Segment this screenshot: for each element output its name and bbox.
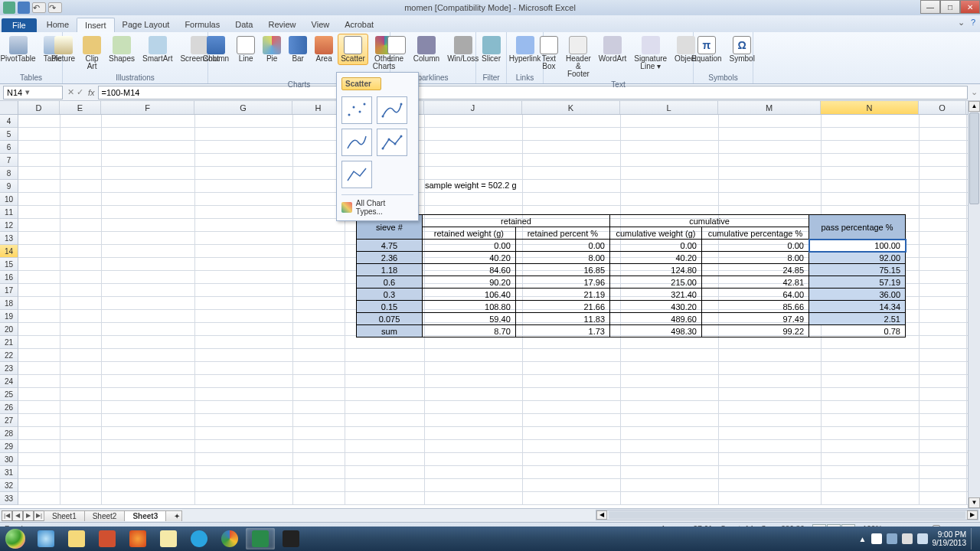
powerpoint-icon[interactable] [93, 528, 122, 549]
textbox-button[interactable]: Text Box [537, 34, 561, 73]
network-icon[interactable] [887, 533, 897, 544]
file-tab[interactable]: File [2, 18, 37, 32]
undo-icon[interactable]: ↶ [32, 2, 46, 13]
row-header-33[interactable]: 33 [0, 492, 18, 505]
row-header-31[interactable]: 31 [0, 466, 18, 479]
headerfooter-button[interactable]: Header & Footer [563, 34, 594, 80]
chrome-icon[interactable] [215, 528, 244, 549]
tab-formulas[interactable]: Formulas [177, 18, 227, 32]
clipart-button[interactable]: Clip Art [80, 34, 104, 73]
notepad-icon[interactable] [154, 528, 183, 549]
horizontal-scrollbar[interactable]: ◀▶ [596, 510, 978, 520]
row-header-25[interactable]: 25 [0, 388, 18, 401]
symbol-button[interactable]: ΩSymbol [727, 34, 758, 65]
cmd-icon[interactable] [276, 528, 305, 549]
wordart-button[interactable]: WordArt [596, 34, 630, 65]
scatter-smooth-markers[interactable] [377, 96, 407, 124]
column-header-L[interactable]: L [620, 101, 718, 114]
row-header-23[interactable]: 23 [0, 362, 18, 375]
tab-review[interactable]: Review [260, 18, 303, 32]
row-header-13[interactable]: 13 [0, 232, 18, 245]
signature-button[interactable]: Signature Line ▾ [631, 34, 670, 73]
row-header-6[interactable]: 6 [0, 141, 18, 154]
row-header-16[interactable]: 16 [0, 271, 18, 284]
row-header-15[interactable]: 15 [0, 258, 18, 271]
help-icon[interactable]: ? [971, 18, 975, 28]
sparkline-line-button[interactable]: Line [384, 34, 409, 65]
explorer-icon[interactable] [62, 528, 91, 549]
row-header-19[interactable]: 19 [0, 310, 18, 323]
formula-bar[interactable]: =100-M14 [98, 86, 968, 99]
sheet-nav-next[interactable]: ▶ [23, 510, 34, 521]
sheet-nav-first[interactable]: |◀ [2, 510, 12, 521]
slicer-button[interactable]: Slicer [479, 34, 504, 65]
shapes-button[interactable]: Shapes [106, 34, 138, 65]
row-header-4[interactable]: 4 [0, 115, 18, 128]
name-box[interactable]: N14▾ [3, 86, 63, 99]
row-header-20[interactable]: 20 [0, 323, 18, 336]
sparkline-column-button[interactable]: Column [410, 34, 443, 65]
pie-chart-button[interactable]: Pie [260, 34, 284, 65]
maximize-button[interactable]: □ [940, 0, 960, 14]
area-chart-button[interactable]: Area [312, 34, 336, 65]
sheet-nav-last[interactable]: ▶| [34, 510, 44, 521]
column-header-M[interactable]: M [718, 101, 821, 114]
volume-icon[interactable] [902, 533, 913, 544]
tab-view[interactable]: View [304, 18, 338, 32]
bar-chart-button[interactable]: Bar [286, 34, 310, 65]
row-header-30[interactable]: 30 [0, 453, 18, 466]
tab-home[interactable]: Home [39, 18, 77, 32]
column-chart-button[interactable]: Column [200, 34, 232, 65]
row-header-18[interactable]: 18 [0, 297, 18, 310]
sheet-tab-sheet3[interactable]: Sheet3 [124, 510, 166, 521]
column-header-O[interactable]: O [919, 101, 966, 114]
skype-icon[interactable] [185, 528, 214, 549]
sheet-tab-sheet2[interactable]: Sheet2 [84, 510, 126, 521]
scatter-smooth-lines[interactable] [341, 129, 372, 156]
fx-icon[interactable]: fx [88, 88, 95, 97]
line-chart-button[interactable]: Line [234, 34, 258, 65]
pivottable-button[interactable]: PivotTable [0, 34, 39, 65]
row-header-22[interactable]: 22 [0, 349, 18, 362]
row-header-26[interactable]: 26 [0, 401, 18, 414]
close-button[interactable]: ✕ [960, 0, 980, 14]
column-header-D[interactable]: D [18, 101, 60, 114]
scatter-straight-lines[interactable] [341, 161, 372, 188]
picture-button[interactable]: Picture [48, 34, 78, 65]
column-header-J[interactable]: J [424, 101, 522, 114]
tray-arrow-icon[interactable]: ▲ [859, 535, 867, 543]
action-center-icon[interactable] [871, 533, 882, 544]
row-header-8[interactable]: 8 [0, 167, 18, 180]
row-header-28[interactable]: 28 [0, 427, 18, 440]
sheet-nav-prev[interactable]: ◀ [12, 510, 23, 521]
row-header-32[interactable]: 32 [0, 479, 18, 492]
column-header-F[interactable]: F [101, 101, 194, 114]
tab-acrobat[interactable]: Acrobat [337, 18, 381, 32]
row-header-14[interactable]: 14 [0, 245, 18, 258]
smartart-button[interactable]: SmartArt [139, 34, 175, 65]
ie-icon[interactable] [31, 528, 60, 549]
minimize-button[interactable]: — [920, 0, 940, 14]
select-all-corner[interactable] [0, 101, 18, 114]
equation-button[interactable]: πEquation [688, 34, 724, 65]
row-header-5[interactable]: 5 [0, 128, 18, 141]
cancel-icon[interactable]: ✕ [67, 87, 74, 97]
column-header-G[interactable]: G [194, 101, 292, 114]
row-header-11[interactable]: 11 [0, 206, 18, 219]
scatter-straight-markers[interactable] [377, 129, 407, 156]
formula-expand-icon[interactable]: ⌄ [968, 87, 980, 97]
start-button[interactable] [0, 527, 31, 551]
vertical-scrollbar[interactable]: ▲ ▼ [968, 101, 980, 508]
row-header-29[interactable]: 29 [0, 440, 18, 453]
sheet-tab-sheet1[interactable]: Sheet1 [44, 510, 85, 521]
row-header-7[interactable]: 7 [0, 154, 18, 167]
battery-icon[interactable] [917, 533, 928, 544]
ribbon-minimize-icon[interactable]: ⌄ [958, 18, 965, 28]
row-header-17[interactable]: 17 [0, 284, 18, 297]
redo-icon[interactable]: ↷ [48, 2, 62, 13]
system-clock[interactable]: 9:00 PM9/19/2013 [933, 530, 967, 547]
scatter-markers-only[interactable] [341, 96, 372, 124]
tab-insert[interactable]: Insert [77, 18, 115, 32]
firefox-icon[interactable] [123, 528, 152, 549]
show-desktop-button[interactable] [971, 528, 977, 549]
